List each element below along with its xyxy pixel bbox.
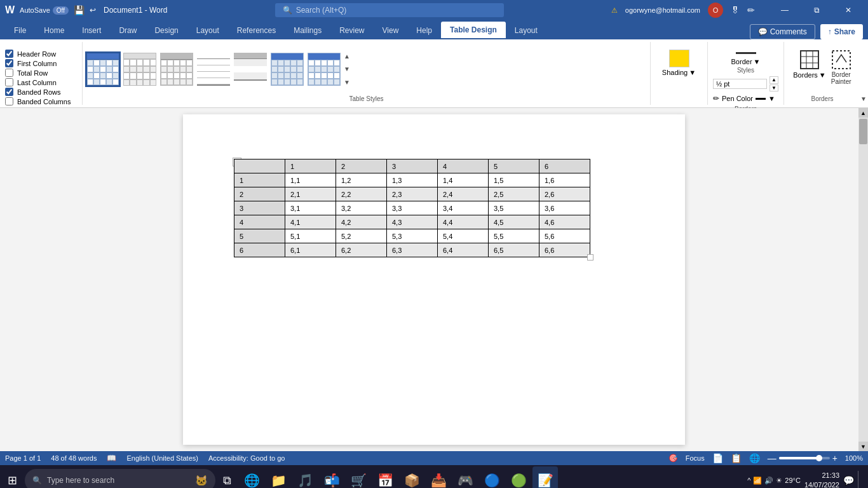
cell-0-0[interactable]: 1 <box>234 173 285 187</box>
taskbar-app-mail[interactable]: 📬 <box>319 466 344 488</box>
language[interactable]: English (United States) <box>126 454 198 462</box>
start-button[interactable]: ⊞ <box>3 466 22 488</box>
cell-0-3[interactable]: 1,3 <box>387 173 438 187</box>
read-mode-icon[interactable]: 📋 <box>731 453 742 463</box>
save-icon[interactable]: 💾 <box>74 5 85 15</box>
cell-4-0[interactable]: 5 <box>234 229 285 243</box>
cell-0-2[interactable]: 1,2 <box>336 173 387 187</box>
cell-1-3[interactable]: 2,3 <box>387 187 438 201</box>
table-style-3[interactable] <box>159 51 194 87</box>
last-column-option[interactable]: Last Column <box>5 78 71 86</box>
table-header-col5[interactable]: 5 <box>489 159 539 173</box>
cell-2-4[interactable]: 3,4 <box>438 201 489 215</box>
tab-draw[interactable]: Draw <box>110 22 146 39</box>
ribbon-customize-icon[interactable]: ✏ <box>747 5 755 15</box>
taskbar-app-explorer[interactable]: 📁 <box>266 466 291 488</box>
cell-2-3[interactable]: 3,3 <box>387 201 438 215</box>
tab-mailings[interactable]: Mailings <box>285 22 330 39</box>
border-painter-button[interactable]: BorderPainter <box>831 50 851 93</box>
cell-1-6[interactable]: 2,6 <box>539 187 590 201</box>
cell-1-2[interactable]: 2,2 <box>336 187 387 201</box>
cell-5-5[interactable]: 6,5 <box>489 243 539 257</box>
tab-home[interactable]: Home <box>35 22 73 39</box>
tab-help[interactable]: Help <box>407 22 441 39</box>
notification-icon[interactable]: 💬 <box>843 475 854 485</box>
restore-button[interactable]: ⧉ <box>802 0 831 20</box>
avatar[interactable]: O <box>708 3 723 18</box>
spell-check-icon[interactable]: 📖 <box>107 454 116 463</box>
close-button[interactable]: ✕ <box>834 0 863 20</box>
tab-insert[interactable]: Insert <box>73 22 110 39</box>
taskbar-app-dropbox[interactable]: 📥 <box>426 466 451 488</box>
banded-rows-checkbox[interactable] <box>5 88 13 96</box>
table-style-5[interactable] <box>233 51 268 87</box>
cell-5-0[interactable]: 6 <box>234 243 285 257</box>
cell-4-2[interactable]: 5,2 <box>336 229 387 243</box>
focus-label[interactable]: Focus <box>686 454 705 462</box>
taskbar-search[interactable]: 🔍 Type here to search 🐱 <box>25 469 215 488</box>
tab-table-design[interactable]: Table Design <box>441 22 506 39</box>
tab-file[interactable]: File <box>5 22 35 39</box>
first-column-option[interactable]: First Column <box>5 59 71 67</box>
first-column-checkbox[interactable] <box>5 59 13 67</box>
table-style-4[interactable] <box>196 51 231 87</box>
cell-5-4[interactable]: 6,4 <box>438 243 489 257</box>
show-desktop-button[interactable] <box>858 471 860 488</box>
cell-0-4[interactable]: 1,4 <box>438 173 489 187</box>
tab-references[interactable]: References <box>228 22 285 39</box>
banded-columns-checkbox[interactable] <box>5 97 13 105</box>
cell-0-5[interactable]: 1,5 <box>489 173 539 187</box>
banded-rows-option[interactable]: Banded Rows <box>5 88 71 96</box>
cell-2-0[interactable]: 3 <box>234 201 285 215</box>
cell-3-2[interactable]: 4,2 <box>336 215 387 229</box>
banded-columns-option[interactable]: Banded Columns <box>5 97 71 105</box>
total-row-checkbox[interactable] <box>5 69 13 77</box>
task-view-button[interactable]: ⧉ <box>218 466 236 488</box>
scroll-up-arrow[interactable]: ▲ <box>858 108 868 118</box>
taskbar-app-browser[interactable]: 🌐 <box>239 466 264 488</box>
cell-3-3[interactable]: 4,3 <box>387 215 438 229</box>
accessibility[interactable]: Accessibility: Good to go <box>208 454 285 462</box>
total-row-option[interactable]: Total Row <box>5 69 71 77</box>
ribbon-collapse-button[interactable]: ▼ <box>860 95 868 105</box>
scroll-thumb[interactable] <box>859 119 867 144</box>
pen-color-row[interactable]: ✏ Pen Color ▼ <box>713 94 778 103</box>
cell-2-5[interactable]: 3,5 <box>489 201 539 215</box>
zoom-dot[interactable] <box>816 455 822 461</box>
ribbon-icon[interactable]: 🎖 <box>731 5 740 15</box>
table-style-1[interactable] <box>85 51 121 87</box>
tab-layout2[interactable]: Layout <box>506 22 546 39</box>
borders-button[interactable]: Borders ▼ <box>793 50 825 93</box>
taskbar-app-media[interactable]: 🎵 <box>292 466 318 488</box>
cell-4-6[interactable]: 5,6 <box>539 229 590 243</box>
autosave-toggle[interactable]: Off <box>53 6 69 15</box>
header-row-checkbox[interactable] <box>5 50 13 58</box>
cell-5-2[interactable]: 6,2 <box>336 243 387 257</box>
cell-5-3[interactable]: 6,3 <box>387 243 438 257</box>
cell-2-2[interactable]: 3,2 <box>336 201 387 215</box>
undo-icon[interactable]: ↩ <box>90 6 96 15</box>
cell-3-0[interactable]: 4 <box>234 215 285 229</box>
vertical-scrollbar[interactable]: ▲ ▼ <box>858 108 868 451</box>
table-style-6[interactable] <box>269 51 305 87</box>
taskbar-app-calendar[interactable]: 📅 <box>372 466 398 488</box>
tab-layout[interactable]: Layout <box>187 22 228 39</box>
search-input[interactable] <box>296 6 474 15</box>
volume-icon[interactable]: 🔊 <box>764 477 773 485</box>
border-weight-spinners[interactable]: ▲ ▼ <box>770 76 778 92</box>
shading-button[interactable]: Shading ▼ <box>656 44 702 76</box>
zoom-bar[interactable] <box>779 457 830 459</box>
styles-expand-button[interactable]: ▲ ▼ ▼ <box>343 44 351 94</box>
table-header-col2[interactable]: 2 <box>336 159 387 173</box>
zoom-slider[interactable]: — + <box>768 453 837 463</box>
table-resize-handle[interactable] <box>587 254 593 261</box>
scroll-down-arrow[interactable]: ▼ <box>858 442 868 451</box>
cell-1-5[interactable]: 2,5 <box>489 187 539 201</box>
table-header-col1[interactable]: 1 <box>285 159 336 173</box>
print-layout-icon[interactable]: 📄 <box>712 453 723 463</box>
minimize-button[interactable]: — <box>770 0 799 20</box>
network-icon[interactable]: 📶 <box>753 477 762 485</box>
taskbar-app-store[interactable]: 🛒 <box>346 466 371 488</box>
tab-review[interactable]: Review <box>330 22 373 39</box>
tray-expand-icon[interactable]: ^ <box>747 477 750 484</box>
